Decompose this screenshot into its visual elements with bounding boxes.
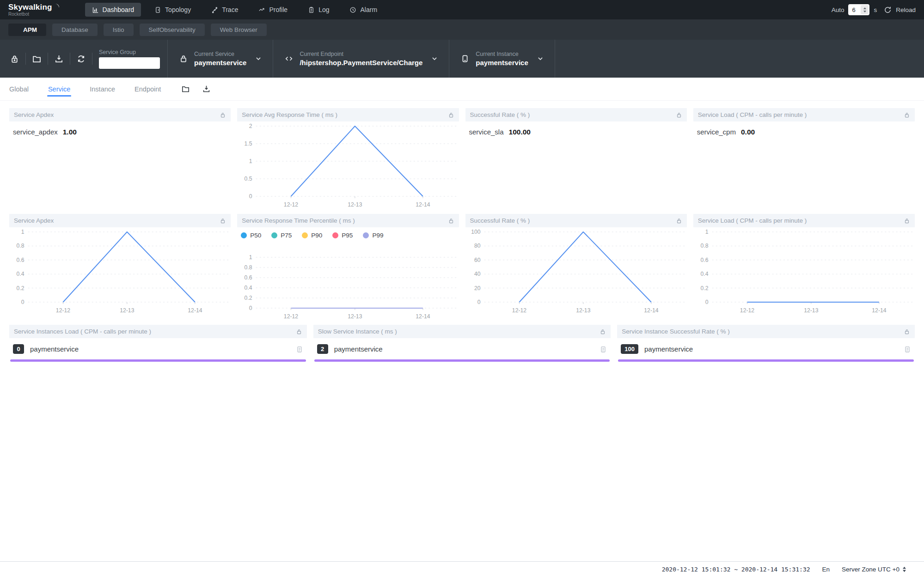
instance-row[interactable]: 2paymentservice <box>313 338 611 354</box>
svg-text:0.6: 0.6 <box>17 257 24 263</box>
legend-item-p50[interactable]: P50 <box>241 232 261 239</box>
card-header[interactable]: Service Instance Successful Rate ( % ) <box>617 325 915 338</box>
card-header[interactable]: Service Avg Response Time ( ms ) <box>237 108 459 121</box>
card-header[interactable]: Service Load ( CPM - calls per minute ) <box>693 108 915 121</box>
unlock-icon[interactable] <box>220 218 226 224</box>
service-group-input[interactable] <box>99 57 160 69</box>
group-tab-database[interactable]: Database <box>52 24 98 36</box>
card-service-load-cpm-calls-per-minute: Service Load ( CPM - calls per minute )1… <box>693 214 915 322</box>
language-toggle[interactable]: En <box>822 566 830 573</box>
tab-service[interactable]: Service <box>47 79 71 99</box>
instance-icon <box>460 54 470 63</box>
tab-endpoint[interactable]: Endpoint <box>134 79 162 99</box>
copy-icon[interactable] <box>600 346 607 353</box>
svg-text:12-13: 12-13 <box>120 307 134 314</box>
card-header[interactable]: Successful Rate ( % ) <box>465 108 687 121</box>
tab-global[interactable]: Global <box>8 79 30 99</box>
svg-text:0.8: 0.8 <box>700 243 708 249</box>
card-header[interactable]: Service Response Time Percentile ( ms ) <box>237 214 459 227</box>
import-icon[interactable] <box>48 54 70 64</box>
card-title: Service Apdex <box>14 111 54 118</box>
current-instance-selector[interactable]: Current Instance paymentservice <box>449 40 554 78</box>
unlock-icon[interactable] <box>904 328 910 335</box>
timezone-stepper[interactable] <box>902 566 906 572</box>
group-tab-label: Web Browser <box>220 26 257 33</box>
card-header[interactable]: Slow Service Instance ( ms ) <box>313 325 611 338</box>
auto-reload-interval-input[interactable]: 6 <box>848 4 869 15</box>
legend-item-p95[interactable]: P95 <box>332 232 353 239</box>
unlock-icon[interactable] <box>600 328 606 335</box>
folder-icon[interactable] <box>181 85 190 93</box>
instance-value-badge: 100 <box>621 344 638 354</box>
unlock-icon[interactable] <box>448 112 454 118</box>
unlock-icon[interactable] <box>904 218 910 224</box>
instance-row[interactable]: 0paymentservice <box>9 338 307 354</box>
card-header[interactable]: Service Load ( CPM - calls per minute ) <box>693 214 915 227</box>
reload-label[interactable]: Reload <box>896 6 916 13</box>
card-header[interactable]: Service Apdex <box>9 108 231 121</box>
nav-item-log[interactable]: Log <box>301 3 336 17</box>
trace-icon <box>211 6 218 13</box>
folder-icon[interactable] <box>26 54 48 64</box>
legend-item-p90[interactable]: P90 <box>302 232 322 239</box>
card-title: Service Load ( CPM - calls per minute ) <box>698 217 807 224</box>
chevron-down-icon <box>537 55 544 62</box>
nav-item-topology[interactable]: Topology <box>147 3 198 17</box>
current-service-selector[interactable]: Current Service paymentservice <box>168 40 273 78</box>
series-apdex <box>63 232 195 302</box>
nav-item-dashboard[interactable]: Dashboard <box>85 3 141 17</box>
chart-legend: P50P75P90P95P99 <box>237 227 459 240</box>
svg-text:12-13: 12-13 <box>804 307 818 314</box>
nav-item-label: Log <box>318 6 329 13</box>
import-icon[interactable] <box>202 85 211 93</box>
unlock-icon[interactable] <box>296 328 302 335</box>
group-tab-web-browser[interactable]: Web Browser <box>211 24 267 36</box>
nav-item-trace[interactable]: Trace <box>204 3 245 17</box>
toolbar-icon-group <box>0 40 92 78</box>
card-header[interactable]: Successful Rate ( % ) <box>465 214 687 227</box>
card-header[interactable]: Service Apdex <box>9 214 231 227</box>
svg-text:12-14: 12-14 <box>188 307 202 314</box>
unlock-icon[interactable] <box>904 112 910 118</box>
nav-item-alarm[interactable]: Alarm <box>343 3 384 17</box>
nav-item-label: Trace <box>222 6 238 13</box>
unlock-icon[interactable] <box>448 218 454 224</box>
refresh-icon[interactable] <box>70 54 92 64</box>
unlock-icon[interactable] <box>676 218 682 224</box>
card-title: Successful Rate ( % ) <box>470 111 530 118</box>
tab-instance[interactable]: Instance <box>89 79 116 99</box>
group-tab-istio[interactable]: Istio <box>104 24 134 36</box>
lock-icon <box>179 54 188 63</box>
card-header[interactable]: Service Instances Load ( CPM - calls per… <box>9 325 307 338</box>
group-tab-selfobservability[interactable]: SelfObservability <box>140 24 205 36</box>
svg-text:100: 100 <box>471 229 481 235</box>
card-title: Successful Rate ( % ) <box>470 217 530 224</box>
line-chart: 10.80.60.40.2012-1212-1312-14 <box>237 253 459 322</box>
unlock-icon[interactable] <box>220 112 226 118</box>
instance-row[interactable]: 100paymentservice <box>617 338 915 354</box>
interval-stepper[interactable] <box>861 5 869 14</box>
nav-item-profile[interactable]: Profile <box>251 3 294 17</box>
copy-icon[interactable] <box>296 346 303 353</box>
legend-label: P95 <box>342 232 353 239</box>
line-chart: 10.80.60.40.2012-1212-1312-14 <box>9 227 231 316</box>
card-successful-rate: Successful Rate ( % )10080604020012-1212… <box>465 214 687 322</box>
time-range-picker[interactable]: 2020-12-12 15:01:32 ~ 2020-12-14 15:31:3… <box>662 566 810 573</box>
lock-icon[interactable] <box>4 54 25 64</box>
unlock-icon[interactable] <box>676 112 682 118</box>
reload-icon[interactable] <box>884 6 892 14</box>
svg-text:0.2: 0.2 <box>700 285 708 292</box>
dashboard-cards: Service Apdexservice_apdex1.00Service Av… <box>0 101 924 362</box>
group-tab-apm[interactable]: APM <box>8 24 46 36</box>
legend-item-p99[interactable]: P99 <box>363 232 383 239</box>
metric-label: service_apdex <box>13 128 58 136</box>
current-endpoint-value: /hipstershop.PaymentService/Charge <box>300 59 422 67</box>
legend-item-p75[interactable]: P75 <box>271 232 292 239</box>
svg-text:1: 1 <box>705 229 708 235</box>
legend-label: P50 <box>250 232 261 239</box>
current-endpoint-selector[interactable]: Current Endpoint /hipstershop.PaymentSer… <box>273 40 449 78</box>
active-tab-indicator <box>18 27 20 33</box>
svg-text:12-13: 12-13 <box>348 201 362 208</box>
card-title: Service Avg Response Time ( ms ) <box>242 111 337 118</box>
copy-icon[interactable] <box>904 346 911 353</box>
